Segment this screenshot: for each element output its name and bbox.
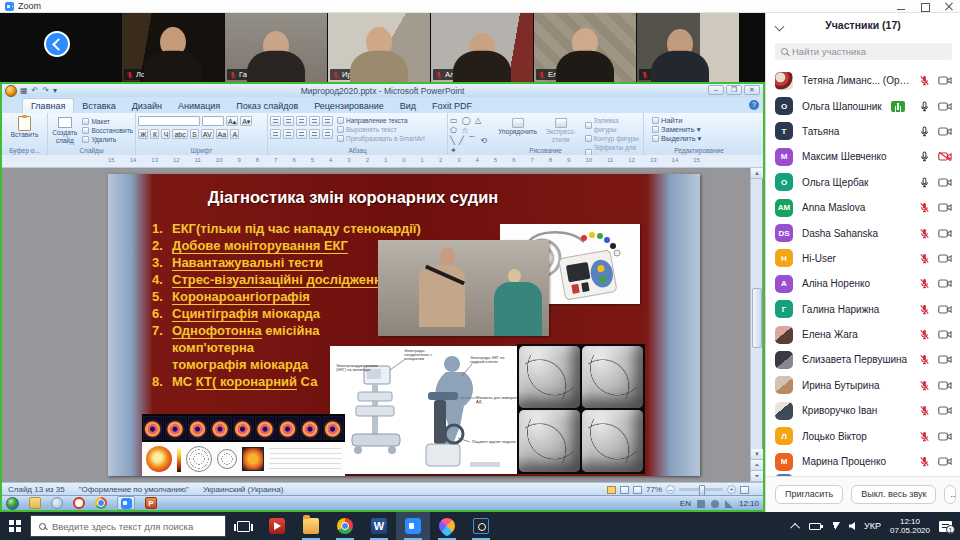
- maximize-button[interactable]: [920, 2, 930, 12]
- slide-title[interactable]: Діагностика змін коронарних судин: [138, 188, 568, 207]
- participant-row[interactable]: Елена Жага: [766, 322, 960, 347]
- participant-row[interactable]: AАліна Норенко: [766, 271, 960, 296]
- participant-search-input[interactable]: [792, 46, 932, 57]
- volume-icon[interactable]: [711, 500, 719, 508]
- language-status[interactable]: Украинский (Украина): [203, 485, 283, 494]
- mic-muted-icon[interactable]: [917, 228, 931, 239]
- video-tile[interactable]: Лоцько Віктор: [122, 13, 224, 82]
- scrollbar-thumb[interactable]: [752, 288, 762, 348]
- smartart-button[interactable]: Преобразовать в SmartArt: [337, 134, 425, 143]
- participant-row[interactable]: Тетяна Лиманс... (Организатор, я): [766, 68, 960, 93]
- mic-muted-icon[interactable]: [917, 75, 931, 86]
- camera-off-icon[interactable]: [938, 75, 952, 86]
- win7-language-indicator[interactable]: EN: [680, 499, 691, 508]
- next-slide-icon[interactable]: ⏷: [751, 471, 763, 482]
- ppt-close-button[interactable]: ✕: [744, 85, 760, 95]
- mic-muted-icon[interactable]: [917, 253, 931, 264]
- mic-muted-icon[interactable]: [917, 202, 931, 213]
- font-format-button[interactable]: abc: [172, 129, 187, 139]
- mic-muted-icon[interactable]: [917, 405, 931, 416]
- zoom-taskbar-icon[interactable]: [117, 496, 135, 510]
- hidden-icons-chevron-icon[interactable]: [790, 522, 800, 532]
- camera-off-icon[interactable]: [938, 380, 952, 391]
- font-size-select[interactable]: [202, 116, 224, 126]
- ribbon-tab-дизайн[interactable]: Дизайн: [124, 99, 170, 113]
- win7-clock[interactable]: 12:10: [739, 499, 759, 508]
- media-app-button[interactable]: [260, 512, 294, 540]
- volume-icon[interactable]: [849, 522, 855, 530]
- font-format-button[interactable]: Ч: [161, 129, 170, 139]
- mute-all-button[interactable]: Выкл. весь звук: [851, 485, 936, 504]
- quick-styles-button[interactable]: Экспресс-стили: [542, 128, 580, 144]
- mic-on-icon[interactable]: [917, 151, 931, 162]
- zoom-slider[interactable]: [679, 488, 723, 491]
- video-tile[interactable]: Ирина Бутыр...: [328, 13, 430, 82]
- scintigraphy-strip[interactable]: [142, 414, 345, 442]
- slide-sorter-icon[interactable]: [620, 486, 629, 494]
- start-button[interactable]: [0, 512, 30, 540]
- ribbon-tab-показ-слайдов[interactable]: Показ слайдов: [228, 99, 306, 113]
- scintigraphy-report[interactable]: [142, 442, 345, 476]
- increase-indent-button[interactable]: [309, 116, 320, 126]
- align-left-button[interactable]: [270, 129, 281, 139]
- participant-search[interactable]: [775, 43, 952, 60]
- media-player-icon[interactable]: [51, 497, 63, 509]
- angiography-images[interactable]: [517, 344, 645, 474]
- video-tile[interactable]: Криворучко І...: [637, 13, 739, 82]
- grow-font-button[interactable]: A▴: [226, 116, 238, 126]
- minimize-button[interactable]: [896, 2, 906, 12]
- camera-off-icon[interactable]: [938, 228, 952, 239]
- participant-row[interactable]: HHi-User: [766, 246, 960, 271]
- columns-button[interactable]: [322, 129, 333, 139]
- ribbon-tab-вид[interactable]: Вид: [392, 99, 424, 113]
- language-indicator[interactable]: УКР: [864, 521, 881, 531]
- shape-fill-button[interactable]: Заливка фигуры: [585, 116, 641, 134]
- camera-off-icon[interactable]: [938, 177, 952, 188]
- normal-view-icon[interactable]: [607, 486, 616, 494]
- mic-muted-icon[interactable]: [917, 456, 931, 467]
- align-right-button[interactable]: [296, 129, 307, 139]
- font-format-button[interactable]: Аа: [216, 129, 229, 139]
- participant-row[interactable]: Ирина Бутырина: [766, 373, 960, 398]
- video-tile[interactable]: Аліна Норенко: [431, 13, 533, 82]
- ppt-restore-button[interactable]: ❐: [726, 85, 742, 95]
- font-format-button[interactable]: S: [190, 129, 199, 139]
- stress-test-diagram[interactable]: Электрокардиограмма (ЭКГ) на мониторе Эл…: [330, 346, 517, 474]
- mic-muted-icon[interactable]: [917, 304, 931, 315]
- camera-off-icon[interactable]: [938, 354, 952, 365]
- participant-row[interactable]: Єлизавета Первушина: [766, 347, 960, 372]
- ecg-exam-photo[interactable]: [378, 240, 549, 336]
- help-button[interactable]: ?: [749, 100, 759, 110]
- scroll-down-icon[interactable]: ▼: [751, 449, 763, 460]
- participant-row[interactable]: ЛЛоцько Віктор: [766, 423, 960, 448]
- slideshow-icon[interactable]: [633, 486, 642, 494]
- mic-muted-icon[interactable]: [917, 380, 931, 391]
- camera-off-icon[interactable]: [938, 101, 952, 112]
- camera-off-icon[interactable]: [938, 431, 952, 442]
- ribbon-tab-анимация[interactable]: Анимация: [170, 99, 228, 113]
- participant-row[interactable]: ММарина Проценко: [766, 449, 960, 474]
- align-text-button[interactable]: Выровнять текст: [337, 125, 425, 134]
- camera-off-icon[interactable]: [938, 405, 952, 416]
- slide[interactable]: Діагностика змін коронарних судин 1.ЕКГ(…: [108, 174, 700, 476]
- ribbon-tab-вставка[interactable]: Вставка: [74, 99, 123, 113]
- font-format-button[interactable]: Ж: [138, 129, 148, 139]
- text-direction-button[interactable]: Направление текста: [337, 116, 425, 125]
- participant-row[interactable]: DSDasha Sahanska: [766, 220, 960, 245]
- decrease-indent-button[interactable]: [296, 116, 307, 126]
- align-center-button[interactable]: [283, 129, 294, 139]
- close-button[interactable]: [944, 2, 954, 12]
- ribbon-tab-рецензирование[interactable]: Рецензирование: [306, 99, 392, 113]
- zoom-out-button[interactable]: –: [666, 485, 675, 494]
- mic-muted-icon[interactable]: [917, 278, 931, 289]
- camera-off-icon[interactable]: [938, 126, 952, 137]
- more-options-button[interactable]: ...: [944, 485, 956, 504]
- chrome-button[interactable]: [328, 512, 362, 540]
- explorer-icon[interactable]: [29, 497, 41, 509]
- paste-button[interactable]: Вставить: [4, 131, 45, 139]
- battery-icon[interactable]: [809, 523, 821, 530]
- delete-button[interactable]: Удалить: [82, 135, 133, 144]
- participant-row[interactable]: ТТатьяна: [766, 119, 960, 144]
- font-name-select[interactable]: [138, 116, 200, 126]
- scroll-up-icon[interactable]: ▲: [751, 168, 763, 179]
